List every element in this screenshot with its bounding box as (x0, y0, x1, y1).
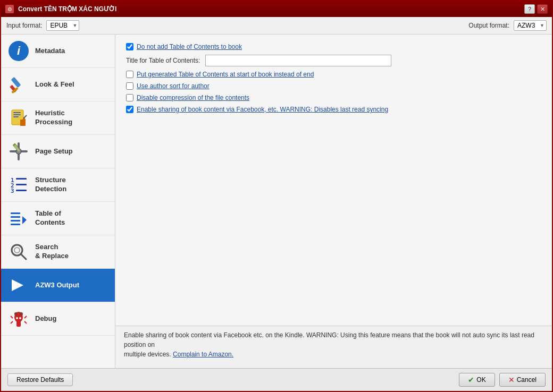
svg-text:3: 3 (11, 188, 14, 194)
title-for-toc-input[interactable] (205, 55, 391, 66)
cancel-icon: ✕ (508, 376, 515, 384)
svg-rect-22 (11, 216, 20, 218)
svg-rect-21 (11, 212, 20, 214)
svg-line-26 (21, 254, 26, 259)
toc-start-label[interactable]: Put generated Table of Contents at start… (137, 71, 314, 78)
sidebar-item-metadata[interactable]: i Metadata (1, 35, 115, 68)
svg-rect-4 (13, 112, 21, 113)
azw3-output-icon (7, 274, 30, 296)
toolbar-right: Output format: AZW3 EPUB MOBI PDF (468, 20, 547, 31)
sidebar-label-page-setup: Page Setup (35, 147, 73, 156)
sidebar-item-page-setup[interactable]: Page Setup (1, 135, 115, 168)
main-panel: Do not add Table of Contents to book Tit… (115, 35, 552, 326)
input-format-wrapper[interactable]: EPUB AZW3 MOBI PDF (46, 20, 79, 31)
title-bar-left: ⚙ Convert TÊN TRỘM XÁC NGƯỜI (5, 5, 116, 13)
status-bar: Enable sharing of book content via Faceb… (115, 326, 552, 368)
sidebar-label-metadata: Metadata (35, 47, 65, 56)
title-bar: ⚙ Convert TÊN TRỘM XÁC NGƯỜI ? ✕ (1, 1, 552, 17)
svg-line-34 (24, 316, 27, 318)
sidebar-item-azw3-output[interactable]: AZW3 Output (1, 269, 115, 302)
toolbar: Input format: EPUB AZW3 MOBI PDF Output … (1, 17, 552, 35)
look-feel-icon (7, 73, 30, 96)
input-format-select[interactable]: EPUB AZW3 MOBI PDF (46, 20, 79, 31)
toc-start-checkbox[interactable] (126, 71, 133, 78)
svg-rect-20 (16, 190, 27, 191)
restore-defaults-label: Restore Defaults (16, 376, 64, 384)
metadata-icon: i (7, 40, 30, 62)
no-toc-checkbox[interactable] (126, 43, 133, 50)
svg-point-27 (14, 248, 20, 253)
svg-rect-24 (11, 224, 20, 225)
page-setup-icon (7, 140, 30, 163)
author-sort-label[interactable]: Use author sort for author (137, 82, 210, 90)
footer: Restore Defaults ✔ OK ✕ Cancel (1, 368, 552, 391)
restore-defaults-button[interactable]: Restore Defaults (7, 373, 73, 386)
output-format-wrapper[interactable]: AZW3 EPUB MOBI PDF (514, 20, 547, 31)
footer-right: ✔ OK ✕ Cancel (459, 373, 546, 387)
svg-point-30 (14, 312, 18, 316)
svg-point-31 (20, 312, 23, 316)
svg-rect-32 (16, 321, 21, 327)
sidebar-item-heuristic-processing[interactable]: HeuristicProcessing (1, 101, 115, 135)
svg-rect-23 (11, 220, 20, 221)
help-button[interactable]: ? (524, 4, 535, 14)
sidebar-label-search-replace: Search& Replace (35, 243, 69, 261)
main-content: i Metadata Look & Feel (1, 35, 552, 368)
author-sort-checkbox[interactable] (126, 82, 133, 90)
status-text-line2: multiple devices. (124, 351, 173, 358)
sidebar: i Metadata Look & Feel (1, 35, 115, 368)
svg-rect-18 (16, 184, 27, 185)
cancel-button[interactable]: ✕ Cancel (499, 373, 546, 387)
enable-sharing-label[interactable]: Enable sharing of book content via Faceb… (137, 106, 388, 113)
disable-compression-label[interactable]: Disable compression of the file contents (137, 94, 249, 101)
content-area: Do not add Table of Contents to book Tit… (115, 35, 552, 368)
option-row-enable-sharing: Enable sharing of book content via Faceb… (126, 106, 541, 113)
option-row-disable-compression: Disable compression of the file contents (126, 94, 541, 101)
status-text: Enable sharing of book content via Faceb… (124, 331, 534, 358)
output-format-select[interactable]: AZW3 EPUB MOBI PDF (514, 20, 547, 31)
cancel-label: Cancel (517, 376, 537, 384)
svg-line-36 (24, 321, 27, 323)
svg-line-35 (11, 321, 13, 323)
sidebar-label-azw3: AZW3 Output (35, 281, 79, 290)
sidebar-label-heuristic: HeuristicProcessing (35, 109, 72, 127)
sidebar-item-structure-detection[interactable]: 1 2 3 StructureDetection (1, 168, 115, 202)
svg-rect-6 (13, 116, 19, 117)
svg-rect-5 (13, 114, 21, 115)
toc-icon (7, 207, 30, 229)
title-for-toc-label: Title for Table of Contents: (126, 57, 200, 64)
sidebar-label-structure: StructureDetection (35, 176, 66, 194)
window-title: Convert TÊN TRỘM XÁC NGƯỜI (18, 5, 116, 13)
sidebar-item-look-feel[interactable]: Look & Feel (1, 68, 115, 101)
sidebar-label-look-feel: Look & Feel (35, 80, 74, 89)
option-row-toc-start: Put generated Table of Contents at start… (126, 71, 541, 78)
enable-sharing-checkbox[interactable] (126, 106, 133, 113)
svg-line-33 (11, 316, 13, 318)
sidebar-label-debug: Debug (35, 314, 56, 323)
svg-point-38 (19, 317, 21, 319)
close-button[interactable]: ✕ (537, 4, 548, 14)
toolbar-left: Input format: EPUB AZW3 MOBI PDF (6, 20, 79, 31)
sidebar-item-search-replace[interactable]: Search& Replace (1, 235, 115, 269)
no-toc-label[interactable]: Do not add Table of Contents to book (137, 43, 242, 50)
svg-line-9 (23, 115, 27, 118)
svg-marker-28 (12, 279, 23, 291)
svg-rect-16 (16, 178, 27, 180)
complain-link[interactable]: Complain to Amazon. (173, 351, 233, 358)
svg-point-37 (16, 317, 18, 319)
disable-compression-checkbox[interactable] (126, 94, 133, 101)
title-bar-controls: ? ✕ (524, 4, 548, 14)
app-icon: ⚙ (5, 5, 14, 13)
structure-detection-icon: 1 2 3 (7, 174, 30, 196)
output-format-label: Output format: (468, 22, 509, 29)
debug-icon (7, 308, 30, 330)
sidebar-label-toc: Table ofContents (35, 209, 65, 227)
ok-button[interactable]: ✔ OK (459, 373, 495, 387)
heuristic-icon (7, 107, 30, 129)
sidebar-item-debug[interactable]: Debug (1, 302, 115, 336)
input-format-label: Input format: (6, 22, 42, 29)
sidebar-item-toc[interactable]: Table ofContents (1, 202, 115, 235)
main-window: ⚙ Convert TÊN TRỘM XÁC NGƯỜI ? ✕ Input f… (0, 0, 553, 392)
search-replace-icon (7, 241, 30, 263)
ok-icon: ✔ (468, 376, 474, 384)
